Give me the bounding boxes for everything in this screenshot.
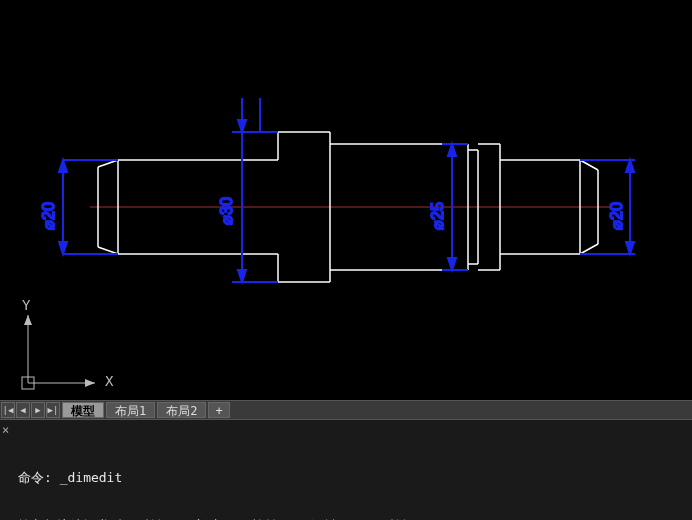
svg-line-23 <box>580 160 598 170</box>
tab-model[interactable]: 模型 <box>62 402 104 418</box>
svg-marker-46 <box>626 242 634 254</box>
tab-nav-last[interactable]: ▶| <box>46 402 60 418</box>
svg-line-24 <box>580 244 598 254</box>
svg-marker-34 <box>238 270 246 282</box>
ucs-icon: X Y <box>10 295 110 395</box>
tab-layout1[interactable]: 布局1 <box>106 402 155 418</box>
svg-marker-38 <box>448 144 456 156</box>
dim-d3-text: ⌀25 <box>429 202 446 230</box>
svg-line-1 <box>98 160 118 167</box>
command-line: 命令: _dimedit <box>18 470 688 486</box>
tab-nav-first[interactable]: |◀ <box>1 402 15 418</box>
ucs-x-label: X <box>105 373 113 389</box>
drawing-canvas[interactable]: ⌀20 ⌀30 ⌀25 ⌀20 <box>0 0 692 400</box>
svg-marker-29 <box>59 160 67 172</box>
dim-d2-text: ⌀30 <box>218 197 235 225</box>
svg-marker-30 <box>59 242 67 254</box>
svg-marker-48 <box>85 379 95 387</box>
dim-d4-text: ⌀20 <box>608 202 625 230</box>
dim-d1-text: ⌀20 <box>40 202 57 230</box>
svg-marker-33 <box>238 120 246 132</box>
tab-add[interactable]: + <box>208 402 229 418</box>
tab-nav-prev[interactable]: ◀ <box>16 402 30 418</box>
svg-marker-50 <box>24 315 32 325</box>
svg-line-2 <box>98 247 118 254</box>
tab-layout2[interactable]: 布局2 <box>157 402 206 418</box>
svg-marker-45 <box>626 160 634 172</box>
command-line-panel[interactable]: × 命令: _dimedit 输入标注编辑类型 [默认(H)/新建(N)/旋转(… <box>0 420 692 520</box>
tab-nav-next[interactable]: ▶ <box>31 402 45 418</box>
svg-marker-39 <box>448 258 456 270</box>
close-icon[interactable]: × <box>2 422 14 434</box>
ucs-y-label: Y <box>22 297 30 313</box>
layout-tab-bar: |◀ ◀ ▶ ▶| 模型 布局1 布局2 + <box>0 400 692 420</box>
